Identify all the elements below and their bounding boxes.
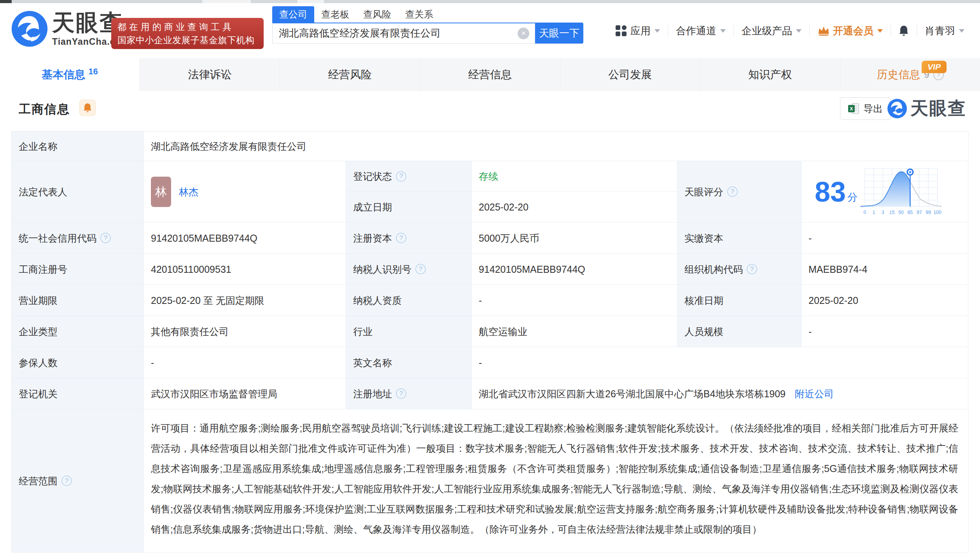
export-button[interactable]: X 导出 (840, 97, 891, 120)
tab-operation-label: 经营信息 (468, 67, 512, 82)
chevron-down-icon (796, 29, 802, 33)
svg-text:X: X (850, 106, 853, 112)
search-tab-boss[interactable]: 查老板 (314, 6, 356, 23)
help-icon[interactable]: ? (61, 476, 72, 486)
notification-bell[interactable] (891, 25, 917, 37)
uscc-value: 91420105MAEBB9744Q (144, 223, 346, 254)
business-term-value: 2025-02-20 至 无固定期限 (144, 285, 346, 316)
subrow: 成立日期 2025-02-20 (346, 192, 677, 223)
paid-capital-label: 实缴资本 (677, 223, 802, 254)
tab-basic-count: 16 (88, 67, 98, 77)
help-icon[interactable]: ? (396, 388, 406, 399)
tab-ip-label: 知识产权 (748, 67, 792, 82)
table-row: 统一社会信用代码? 91420105MAEBB9744Q 注册资本? 5000万… (12, 223, 969, 254)
monitor-bell-button[interactable] (79, 100, 96, 116)
watermark-logo: 天眼查 (887, 97, 966, 121)
apps-grid-icon (616, 25, 626, 36)
help-icon[interactable]: ? (100, 233, 111, 243)
subrow: 登记状态? 存续 (346, 161, 677, 192)
clear-search-icon[interactable]: × (518, 28, 529, 39)
search-tab-risk[interactable]: 查风险 (356, 6, 398, 23)
score-pin-dot (909, 171, 911, 173)
tab-intellectual-property[interactable]: 知识产权 (700, 58, 840, 91)
reg-authority-value: 武汉市汉阳区市场监督管理局 (144, 378, 346, 409)
reg-address-value: 湖北省武汉市汉阳区四新大道26号湖北国展中心广场B4地块东塔栋1909 附近公司 (472, 378, 968, 409)
tab-company-development[interactable]: 公司发展 (560, 58, 700, 91)
user-menu[interactable]: 肖青羽 (917, 24, 972, 38)
reg-address-label-text: 注册地址 (353, 386, 392, 402)
search-input[interactable] (273, 27, 518, 39)
help-icon[interactable]: ? (747, 264, 757, 274)
reg-number-label: 工商注册号 (12, 254, 144, 285)
bell-icon (899, 25, 909, 37)
score-distribution-chart: 0 1 3 15 50 85 97 99 100 (860, 167, 942, 217)
score-value: 83 (815, 178, 846, 206)
slogan-line1: 都在用的商业查询工具 (117, 20, 257, 33)
reg-capital-label: 注册资本? (346, 223, 472, 254)
help-icon[interactable]: ? (727, 186, 738, 197)
crown-icon (817, 25, 830, 36)
chart-tick: 0 (863, 209, 866, 215)
nearby-companies-link[interactable]: 附近公司 (795, 386, 834, 402)
search-tabs: 查公司 查老板 查风险 查关系 (272, 8, 440, 23)
tab-legal[interactable]: 法律诉讼 (140, 58, 280, 91)
tab-history-info[interactable]: VIP 历史信息 9 ? (840, 58, 980, 91)
taxpayer-id-label: 纳税人识别号? (346, 254, 472, 285)
browser-strip-segment (0, 0, 12, 3)
org-code-label-text: 组织机构代码 (684, 261, 743, 277)
tab-operating-risk[interactable]: 经营风险 (280, 58, 420, 91)
top-menu: 应用 合作通道 企业级产品 开通会员 (608, 20, 972, 41)
insured-value: - (144, 347, 346, 378)
menu-partners[interactable]: 合作通道 (668, 24, 733, 38)
menu-vip[interactable]: 开通会员 (810, 24, 891, 38)
business-term-label: 营业期限 (12, 285, 144, 316)
mid-subtable: 登记状态? 存续 成立日期 2025-02-20 (346, 161, 677, 223)
vip-badge: VIP (922, 61, 947, 73)
company-type-label: 企业类型 (12, 316, 144, 347)
search-button[interactable]: 天眼一下 (535, 23, 583, 44)
bell-icon (83, 103, 92, 113)
legal-rep-label: 法定代表人 (12, 161, 144, 223)
slogan-line2: 国家中小企业发展子基金旗下机构 (117, 33, 257, 47)
staff-size-label: 人员规模 (677, 316, 802, 347)
industry-value: 航空运输业 (472, 316, 677, 347)
avatar[interactable]: 林 (151, 177, 171, 207)
score-label: 天眼评分? (677, 161, 802, 223)
menu-apps[interactable]: 应用 (608, 24, 668, 38)
chart-tick: 97 (917, 209, 922, 215)
english-name-value: - (472, 347, 968, 378)
chevron-down-icon (654, 29, 660, 33)
menu-enterprise-label: 企业级产品 (742, 24, 792, 38)
industry-label: 行业 (346, 316, 472, 347)
reg-status-label: 登记状态? (346, 161, 472, 192)
page: 天眼查 TianYanCha.com 都在用的商业查询工具 国家中小企业发展子基… (0, 0, 980, 558)
org-code-value: MAEBB974-4 (802, 254, 968, 285)
username: 肖青羽 (925, 24, 955, 38)
table-row: 企业名称 湖北高路低空经济发展有限责任公司 (12, 132, 969, 161)
search-tab-company[interactable]: 查公司 (272, 6, 314, 23)
reg-capital-value: 5000万人民币 (472, 223, 677, 254)
tab-legal-label: 法律诉讼 (188, 67, 232, 82)
help-icon[interactable]: ? (415, 264, 426, 274)
chart-tick: 100 (933, 209, 942, 215)
reg-status-value: 存续 (472, 161, 677, 192)
business-scope-text: 许可项目：通用航空服务;测绘服务;民用航空器驾驶员培训;飞行训练;建设工程施工;… (151, 418, 958, 539)
establish-date-value: 2025-02-20 (472, 192, 677, 223)
browser-strip-segment (202, 0, 251, 3)
help-icon[interactable]: ? (396, 171, 406, 182)
taxpayer-quality-value: - (472, 285, 677, 316)
tab-basic-info[interactable]: 基本信息 16 (0, 58, 140, 91)
help-icon[interactable]: ? (396, 233, 406, 243)
section-header: 工商信息 X 导出 天眼查 (0, 91, 980, 131)
table-row: 法定代表人 林 林杰 登记状态? 存续 成立日期 2025-02-20 (12, 161, 969, 223)
company-type-value: 其他有限责任公司 (144, 316, 346, 347)
menu-enterprise[interactable]: 企业级产品 (734, 24, 809, 38)
chart-tick: 15 (889, 209, 895, 215)
search-tab-relation[interactable]: 查关系 (398, 6, 440, 23)
legal-rep-link[interactable]: 林杰 (179, 184, 198, 200)
table-row: 企业类型 其他有限责任公司 行业 航空运输业 人员规模 - (12, 316, 969, 347)
section-title: 工商信息 (19, 101, 70, 118)
tab-operating-info[interactable]: 经营信息 (420, 58, 560, 91)
english-name-label: 英文名称 (346, 347, 472, 378)
score-cell: 83 分 (802, 161, 968, 223)
